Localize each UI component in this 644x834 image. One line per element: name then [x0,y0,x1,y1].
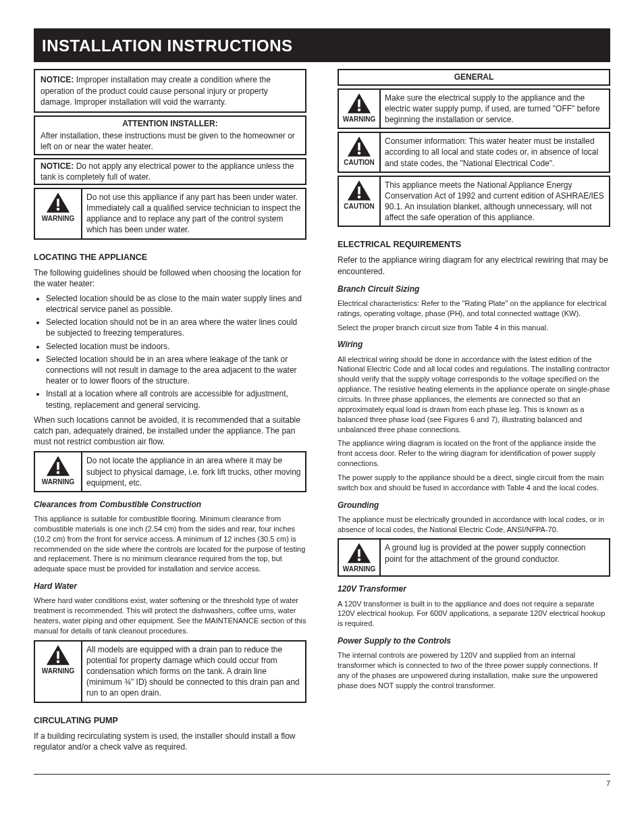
warning-physical-damage-box: WARNING Do not locate the appliance in a… [34,451,306,492]
warning-label: WARNING [343,115,375,123]
branch-paragraph-a: Electrical characteristics: Refer to the… [338,298,610,319]
notice2-text: Do not apply any electrical power to the… [41,161,294,182]
branch-paragraph-b: Select the proper branch circuit size fr… [338,323,610,333]
caution-text: Consumer information: This water heater … [381,133,609,172]
svg-rect-10 [358,186,360,194]
svg-point-5 [57,660,60,663]
electrical-intro: Refer to the appliance wiring diagram fo… [338,255,610,276]
warning-text: All models are equipped with a drain pan… [82,642,305,702]
svg-rect-8 [358,142,360,150]
circ-pump-paragraph: If a building recirculating system is us… [34,731,306,752]
caution-icon-cell: CAUTION [339,177,381,226]
svg-point-7 [358,108,361,111]
heading-locating: LOCATING THE APPLIANCE [34,252,306,263]
notice-text: Improper installation may create a condi… [41,75,271,106]
alert-triangle-icon [346,136,372,157]
list-item: Selected location must be indoors. [46,341,306,352]
locating-bullet-list: Selected location should be as close to … [34,293,306,411]
subheading-hardwater: Hard Water [34,581,306,592]
wiring-paragraph-3: The power supply to the appliance should… [338,473,610,493]
notice-improper-install: NOTICE: Improper installation may create… [34,69,306,113]
subheading-controls-power: Power Supply to the Controls [338,635,610,646]
attention-installer-box: ATTENTION INSTALLER: After installation,… [34,115,306,155]
wiring-paragraph-1: All electrical wiring should be done in … [338,355,610,435]
warning-icon-cell: WARNING [339,540,381,575]
svg-point-9 [358,152,361,155]
list-item: Install at a location where all controls… [46,388,306,410]
warning-drainpan-box: WARNING All models are equipped with a d… [34,640,306,703]
warning-power-off-box: WARNING Make sure the electrical supply … [338,88,610,130]
svg-rect-2 [57,463,59,470]
locating-catchpan-note: When such locations cannot be avoided, i… [34,415,306,448]
locating-intro: The following guidelines should be follo… [34,267,306,289]
controls-power-paragraph: The internal controls are powered by 120… [338,650,610,690]
warning-label: WARNING [343,565,375,573]
caution-energy-act-box: CAUTION This appliance meets the Nationa… [338,176,610,228]
left-column: NOTICE: Improper installation may create… [34,69,306,756]
warning-label: WARNING [42,478,74,486]
svg-rect-0 [57,199,59,206]
alert-triangle-icon [346,542,372,564]
general-header-box: GENERAL [338,69,610,85]
alert-triangle-icon [45,644,71,666]
attention-label: ATTENTION INSTALLER: [122,119,218,128]
transformer-paragraph: A 120V transformer is built in to the ap… [338,599,610,629]
attention-text: After installation, these instructions m… [41,131,295,151]
list-item: Selected location should not be in an ar… [46,317,306,338]
warning-label: WARNING [42,667,74,675]
alert-triangle-icon [346,180,372,201]
clearances-paragraph: This appliance is suitable for combustib… [34,514,306,574]
subheading-branch-circuit: Branch Circuit Sizing [338,284,610,294]
list-item: Selected location should be in an area w… [46,354,306,387]
caution-text: This appliance meets the National Applia… [381,177,609,226]
subheading-grounding: Grounding [338,500,610,511]
grounding-paragraph: The appliance must be electrically groun… [338,515,610,535]
alert-triangle-icon [45,192,71,213]
title-bar: INSTALLATION INSTRUCTIONS [34,28,610,62]
heading-electrical: ELECTRICAL REQUIREMENTS [338,239,610,251]
warning-icon-cell: WARNING [35,189,82,238]
svg-rect-4 [57,651,59,658]
svg-rect-12 [358,550,360,557]
svg-point-13 [358,558,361,562]
subheading-wiring: Wiring [338,339,610,350]
warning-text: Do not locate the appliance in an area w… [82,452,305,491]
warning-ground-lug-box: WARNING A ground lug is provided at the … [338,538,610,577]
warning-label: WARNING [42,215,74,222]
notice2-label: NOTICE: [41,161,74,171]
page-title: INSTALLATION INSTRUCTIONS [42,35,602,57]
warning-icon-cell: WARNING [339,90,381,128]
caution-label: CAUTION [344,203,375,210]
subheading-transformer: 120V Transformer [338,583,610,594]
warning-underwater-box: WARNING Do not use this appliance if any… [34,188,306,240]
notice-no-power-box: NOTICE: Do not apply any electrical powe… [34,158,306,185]
subheading-clearances: Clearances from Combustible Construction [34,499,306,510]
alert-triangle-icon [45,455,71,477]
notice-label: NOTICE: [41,75,74,84]
warning-icon-cell: WARNING [35,452,82,491]
two-column-layout: NOTICE: Improper installation may create… [34,69,610,756]
warning-icon-cell: WARNING [35,642,82,702]
svg-point-3 [57,471,60,475]
warning-text: Do not use this appliance if any part ha… [82,189,305,238]
svg-point-11 [358,195,361,199]
alert-triangle-icon [346,93,372,114]
caution-label: CAUTION [344,159,375,166]
warning-text: Make sure the electrical supply to the a… [381,90,609,128]
caution-codes-box: CAUTION Consumer information: This water… [338,132,610,173]
wiring-paragraph-2: The appliance wiring diagram is located … [338,438,610,469]
page-number: 7 [606,779,610,789]
svg-point-1 [57,207,60,211]
caution-icon-cell: CAUTION [339,133,381,172]
list-item: Selected location should be as close to … [46,293,306,315]
svg-rect-6 [358,99,360,107]
right-column: GENERAL WARNING Make sure the electrical… [338,69,610,756]
page-footer: 7 [34,774,610,789]
warning-text: A ground lug is provided at the power su… [381,540,609,575]
heading-circ-pump: CIRCULATING PUMP [34,715,306,727]
hardwater-paragraph: Where hard water conditions exist, water… [34,596,306,635]
general-label: GENERAL [454,72,494,82]
